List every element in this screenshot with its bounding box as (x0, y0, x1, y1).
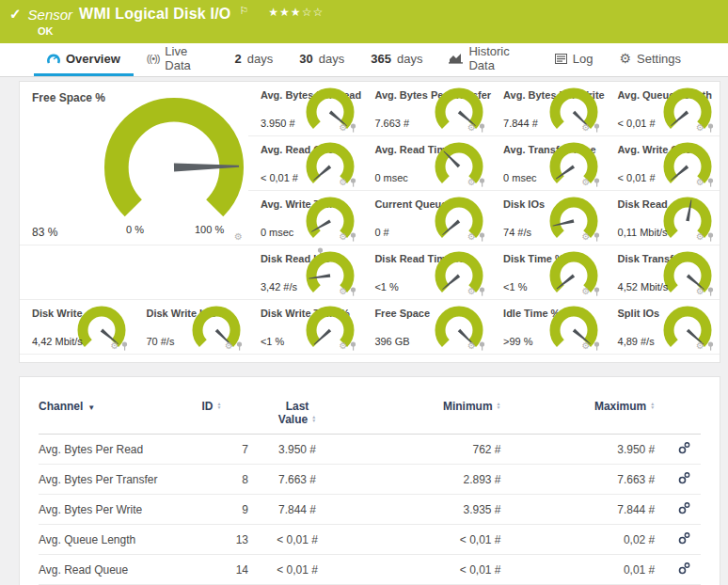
tab-label: Historic Data (468, 44, 528, 72)
gauge-settings-icon[interactable]: ⚙ (582, 232, 591, 242)
col-header-minimum[interactable]: Minimum▲▼ (346, 394, 514, 435)
gauge-settings-icon[interactable]: ⚙ (467, 178, 476, 187)
pin-icon[interactable] (350, 178, 356, 187)
gauge-settings-icon[interactable]: ⚙ (467, 341, 476, 351)
tab-2-days[interactable]: 2 days (222, 43, 287, 76)
channel-last-value: 7.663 # (248, 465, 346, 495)
pin-icon[interactable] (479, 232, 485, 242)
pin-icon[interactable] (350, 287, 356, 296)
gauge-settings-icon[interactable]: ⚙ (339, 123, 347, 133)
gauge-cell: Avg. Read Time 0 msec ⚙ (362, 136, 491, 191)
gauge-settings-icon[interactable]: ⚙ (696, 232, 704, 242)
pin-icon[interactable] (479, 178, 485, 187)
tab-label: Live Data (165, 44, 208, 72)
col-header-maximum[interactable]: Maximum▲▼ (514, 394, 669, 435)
pin-icon[interactable] (707, 123, 714, 133)
object-kind-label: Sensor (28, 7, 73, 23)
pin-icon[interactable] (707, 178, 714, 187)
table-row: Avg. Queue Length 13 < 0,01 # < 0,01 # 0… (39, 525, 701, 555)
gauge-value: 70 #/s (146, 336, 174, 347)
sort-icon[interactable]: ▲▼ (216, 402, 221, 409)
gauge-settings-icon[interactable]: ⚙ (339, 178, 347, 187)
page-title: WMI Logical Disk I/O (79, 6, 230, 23)
stars-filled[interactable]: ★★★ (268, 6, 301, 19)
flag-icon[interactable]: ⚐ (239, 5, 248, 17)
pin-icon[interactable] (479, 123, 485, 133)
pin-icon[interactable] (479, 341, 485, 351)
gauge-settings-icon[interactable]: ⚙ (696, 341, 704, 351)
pin-icon[interactable] (479, 287, 485, 296)
gauge-settings-icon[interactable]: ⚙ (225, 341, 233, 351)
pin-icon[interactable] (707, 287, 714, 296)
edit-channel-icon[interactable] (678, 471, 691, 484)
pin-icon[interactable] (350, 341, 356, 351)
channel-minimum: 3.935 # (346, 495, 514, 525)
gauge-value: 396 GB (374, 336, 409, 347)
gauge-settings-icon[interactable]: ⚙ (467, 123, 476, 133)
priority-stars[interactable]: ★★★☆☆ (268, 6, 324, 19)
gauge-value: 0 msec (503, 172, 536, 183)
gauge-settings-icon[interactable]: ⚙ (696, 178, 704, 187)
sort-icon[interactable]: ▲▼ (650, 402, 655, 409)
col-header-last-value[interactable]: LastValue▲▼ (248, 394, 346, 435)
gauge-settings-icon[interactable]: ⚙ (339, 287, 347, 296)
gauge-cell: Split IOs 4,89 #/s ⚙ (606, 300, 720, 355)
gauge-settings-icon[interactable]: ⚙ (696, 287, 704, 296)
pin-icon[interactable] (593, 123, 600, 133)
pin-icon[interactable] (593, 232, 600, 242)
edit-channel-icon[interactable] (678, 531, 691, 545)
gauge-settings-icon[interactable]: ⚙ (339, 232, 347, 242)
broadcast-icon: ((•)) (147, 53, 160, 64)
gauge-settings-icon[interactable]: ⚙ (110, 341, 119, 351)
channel-minimum: < 0,01 # (346, 525, 514, 555)
pin-icon[interactable] (350, 232, 356, 242)
tab-log[interactable]: Log (542, 43, 607, 76)
tab-settings[interactable]: ⚙ Settings (606, 43, 694, 76)
gauge-settings-icon[interactable]: ⚙ (339, 341, 347, 351)
stars-empty[interactable]: ☆☆ (302, 6, 324, 19)
gauge-settings-icon[interactable]: ⚙ (467, 232, 476, 242)
pin-icon[interactable] (593, 178, 600, 187)
pin-icon[interactable] (121, 341, 128, 351)
gauge-value: 4,89 #/s (618, 336, 655, 347)
gauge-value: <1 % (261, 336, 284, 347)
pin-icon[interactable] (236, 341, 243, 351)
tab-label: Log (573, 52, 593, 66)
col-header-id[interactable]: ID▲▼ (201, 394, 248, 435)
gauge-settings-icon[interactable]: ⚙ (582, 123, 591, 133)
gauge-settings-icon[interactable]: ⚙ (582, 178, 591, 187)
tab-overview[interactable]: Overview (34, 43, 134, 76)
gauge-value: 0,11 Mbit/s (618, 227, 668, 238)
big-gauge-dial (103, 97, 245, 238)
sort-icon[interactable]: ▲▼ (497, 402, 501, 409)
channel-table: Channel▼ ID▲▼ LastValue▲▼ Minimum▲▼ Maxi… (39, 394, 701, 585)
tab-live-data[interactable]: ((•)) Live Data (134, 43, 222, 76)
tab-30-days[interactable]: 30 days (286, 43, 357, 76)
gauge-min-label: 0 % (126, 224, 144, 235)
pin-icon[interactable] (593, 287, 600, 296)
tab-historic-data[interactable]: Historic Data (435, 43, 541, 76)
gauge-settings-icon[interactable]: ⚙ (234, 232, 243, 242)
gauge-cell: Disk Read IOs 3,42 #/s ⚙ (248, 245, 362, 300)
gauge-settings-icon[interactable]: ⚙ (467, 287, 476, 296)
table-row: Avg. Bytes Per Read 7 3.950 # 762 # 3.95… (39, 435, 701, 465)
channel-last-value: 3.950 # (248, 435, 346, 465)
gauge-settings-icon[interactable]: ⚙ (696, 123, 704, 133)
pin-icon[interactable] (350, 123, 356, 133)
gauge-settings-icon[interactable]: ⚙ (582, 287, 591, 296)
pin-icon[interactable] (707, 341, 714, 351)
sort-desc-icon[interactable]: ▼ (87, 403, 95, 412)
gauge-value: 0 # (374, 227, 388, 238)
channel-table-panel: Channel▼ ID▲▼ LastValue▲▼ Minimum▲▼ Maxi… (19, 376, 720, 585)
sensor-header: ✓ Sensor WMI Logical Disk I/O ⚐ ★★★☆☆ OK (0, 0, 728, 43)
pin-icon[interactable] (707, 232, 714, 242)
sort-icon[interactable]: ▲▼ (311, 415, 316, 422)
channel-last-value: < 0,01 # (248, 525, 346, 555)
pin-icon[interactable] (593, 341, 600, 351)
edit-channel-icon[interactable] (678, 561, 691, 575)
col-header-channel[interactable]: Channel▼ (39, 394, 201, 435)
edit-channel-icon[interactable] (678, 501, 691, 514)
gauge-settings-icon[interactable]: ⚙ (582, 341, 591, 351)
edit-channel-icon[interactable] (678, 441, 691, 454)
tab-365-days[interactable]: 365 days (357, 43, 435, 76)
